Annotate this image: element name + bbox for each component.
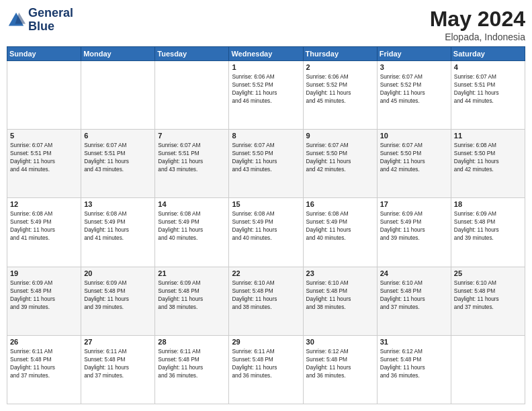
day-info: Sunrise: 6:07 AMSunset: 5:52 PMDaylight:… [380,73,448,105]
day-number: 27 [84,338,152,346]
logo-line2: Blue [28,20,73,34]
day-number: 8 [232,132,300,140]
day-number: 23 [306,269,374,277]
title-block: May 2024 Elopada, Indonesia [430,7,525,42]
calendar-cell: 12Sunrise: 6:08 AMSunset: 5:49 PMDayligh… [7,198,81,267]
calendar-cell: 30Sunrise: 6:12 AMSunset: 5:48 PMDayligh… [303,335,377,404]
calendar-cell [155,61,229,130]
calendar-cell [7,61,81,130]
week-row-4: 26Sunrise: 6:11 AMSunset: 5:48 PMDayligh… [7,335,525,404]
day-info: Sunrise: 6:10 AMSunset: 5:48 PMDaylight:… [232,279,300,311]
day-number: 29 [232,338,300,346]
day-number: 20 [84,269,152,277]
week-row-3: 19Sunrise: 6:09 AMSunset: 5:48 PMDayligh… [7,267,525,335]
calendar-cell: 27Sunrise: 6:11 AMSunset: 5:48 PMDayligh… [81,335,155,404]
calendar-cell: 17Sunrise: 6:09 AMSunset: 5:49 PMDayligh… [377,198,451,267]
calendar-cell: 22Sunrise: 6:10 AMSunset: 5:48 PMDayligh… [229,267,303,335]
day-info: Sunrise: 6:10 AMSunset: 5:48 PMDaylight:… [454,279,522,311]
day-number: 18 [454,200,522,208]
day-number: 28 [158,338,226,346]
calendar-cell: 10Sunrise: 6:07 AMSunset: 5:50 PMDayligh… [377,130,451,198]
day-number: 14 [158,200,226,208]
week-row-1: 5Sunrise: 6:07 AMSunset: 5:51 PMDaylight… [7,130,525,198]
col-header-tuesday: Tuesday [155,47,229,61]
logo-line1: General [28,7,73,20]
day-number: 2 [306,63,374,71]
day-number: 26 [10,338,78,346]
day-info: Sunrise: 6:08 AMSunset: 5:49 PMDaylight:… [10,210,78,242]
logo-text: General Blue [28,7,73,34]
month-title: May 2024 [430,7,525,32]
day-info: Sunrise: 6:09 AMSunset: 5:49 PMDaylight:… [380,210,448,242]
day-info: Sunrise: 6:08 AMSunset: 5:49 PMDaylight:… [232,210,300,242]
calendar-cell: 28Sunrise: 6:11 AMSunset: 5:48 PMDayligh… [155,335,229,404]
day-info: Sunrise: 6:06 AMSunset: 5:52 PMDaylight:… [306,73,374,105]
day-info: Sunrise: 6:07 AMSunset: 5:51 PMDaylight:… [10,141,78,173]
logo-icon [7,11,26,30]
calendar-cell: 11Sunrise: 6:08 AMSunset: 5:50 PMDayligh… [451,130,525,198]
calendar-table: SundayMondayTuesdayWednesdayThursdayFrid… [7,46,525,404]
day-number: 11 [454,132,522,140]
calendar-header-row: SundayMondayTuesdayWednesdayThursdayFrid… [7,47,525,61]
calendar-cell: 9Sunrise: 6:07 AMSunset: 5:50 PMDaylight… [303,130,377,198]
day-info: Sunrise: 6:11 AMSunset: 5:48 PMDaylight:… [158,347,226,379]
calendar-cell: 14Sunrise: 6:08 AMSunset: 5:49 PMDayligh… [155,198,229,267]
day-info: Sunrise: 6:07 AMSunset: 5:50 PMDaylight:… [380,141,448,173]
day-number: 25 [454,269,522,277]
calendar-cell: 24Sunrise: 6:10 AMSunset: 5:48 PMDayligh… [377,267,451,335]
day-info: Sunrise: 6:12 AMSunset: 5:48 PMDaylight:… [380,347,448,379]
day-number: 13 [84,200,152,208]
day-number: 15 [232,200,300,208]
day-number: 24 [380,269,448,277]
calendar-cell: 29Sunrise: 6:11 AMSunset: 5:48 PMDayligh… [229,335,303,404]
day-info: Sunrise: 6:07 AMSunset: 5:50 PMDaylight:… [232,141,300,173]
day-info: Sunrise: 6:08 AMSunset: 5:49 PMDaylight:… [158,210,226,242]
day-number: 30 [306,338,374,346]
calendar-cell: 5Sunrise: 6:07 AMSunset: 5:51 PMDaylight… [7,130,81,198]
day-info: Sunrise: 6:09 AMSunset: 5:48 PMDaylight:… [84,279,152,311]
day-info: Sunrise: 6:11 AMSunset: 5:48 PMDaylight:… [84,347,152,379]
day-info: Sunrise: 6:10 AMSunset: 5:48 PMDaylight:… [380,279,448,311]
col-header-monday: Monday [81,47,155,61]
calendar-cell: 15Sunrise: 6:08 AMSunset: 5:49 PMDayligh… [229,198,303,267]
col-header-thursday: Thursday [303,47,377,61]
day-info: Sunrise: 6:10 AMSunset: 5:48 PMDaylight:… [306,279,374,311]
day-number: 7 [158,132,226,140]
day-info: Sunrise: 6:07 AMSunset: 5:51 PMDaylight:… [84,141,152,173]
calendar-cell: 13Sunrise: 6:08 AMSunset: 5:49 PMDayligh… [81,198,155,267]
calendar-cell: 1Sunrise: 6:06 AMSunset: 5:52 PMDaylight… [229,61,303,130]
header: General Blue May 2024 Elopada, Indonesia [7,7,525,42]
col-header-sunday: Sunday [7,47,81,61]
day-number: 5 [10,132,78,140]
week-row-0: 1Sunrise: 6:06 AMSunset: 5:52 PMDaylight… [7,61,525,130]
calendar-cell: 19Sunrise: 6:09 AMSunset: 5:48 PMDayligh… [7,267,81,335]
calendar-cell: 8Sunrise: 6:07 AMSunset: 5:50 PMDaylight… [229,130,303,198]
location: Elopada, Indonesia [430,32,525,42]
day-info: Sunrise: 6:06 AMSunset: 5:52 PMDaylight:… [232,73,300,105]
logo: General Blue [7,7,73,34]
day-number: 19 [10,269,78,277]
calendar-cell: 23Sunrise: 6:10 AMSunset: 5:48 PMDayligh… [303,267,377,335]
day-number: 12 [10,200,78,208]
day-number: 3 [380,63,448,71]
day-number: 21 [158,269,226,277]
day-info: Sunrise: 6:08 AMSunset: 5:49 PMDaylight:… [84,210,152,242]
col-header-saturday: Saturday [451,47,525,61]
calendar-cell: 7Sunrise: 6:07 AMSunset: 5:51 PMDaylight… [155,130,229,198]
day-info: Sunrise: 6:12 AMSunset: 5:48 PMDaylight:… [306,347,374,379]
day-info: Sunrise: 6:07 AMSunset: 5:51 PMDaylight:… [158,141,226,173]
day-number: 22 [232,269,300,277]
day-number: 6 [84,132,152,140]
col-header-friday: Friday [377,47,451,61]
calendar-cell: 2Sunrise: 6:06 AMSunset: 5:52 PMDaylight… [303,61,377,130]
calendar-cell: 26Sunrise: 6:11 AMSunset: 5:48 PMDayligh… [7,335,81,404]
day-info: Sunrise: 6:07 AMSunset: 5:50 PMDaylight:… [306,141,374,173]
day-info: Sunrise: 6:08 AMSunset: 5:49 PMDaylight:… [306,210,374,242]
calendar-cell: 6Sunrise: 6:07 AMSunset: 5:51 PMDaylight… [81,130,155,198]
day-number: 9 [306,132,374,140]
calendar-cell: 4Sunrise: 6:07 AMSunset: 5:51 PMDaylight… [451,61,525,130]
day-info: Sunrise: 6:11 AMSunset: 5:48 PMDaylight:… [10,347,78,379]
calendar-cell: 16Sunrise: 6:08 AMSunset: 5:49 PMDayligh… [303,198,377,267]
day-number: 17 [380,200,448,208]
day-info: Sunrise: 6:07 AMSunset: 5:51 PMDaylight:… [454,73,522,105]
